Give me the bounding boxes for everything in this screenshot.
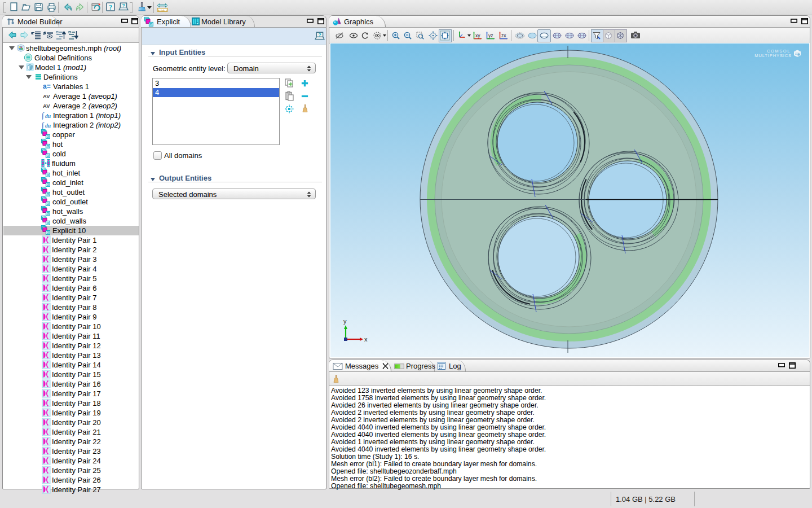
svg-text:MULTIPHYSICS: MULTIPHYSICS <box>754 53 792 58</box>
svg-text:y: y <box>343 318 347 325</box>
svg-text:x: x <box>364 336 368 343</box>
